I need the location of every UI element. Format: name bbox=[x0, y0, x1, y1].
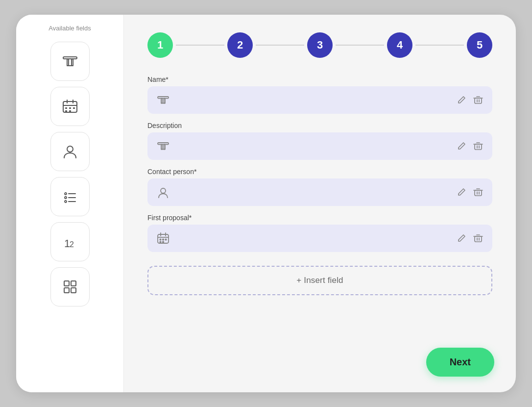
field-row-proposal bbox=[147, 225, 492, 252]
next-button[interactable]: Next bbox=[426, 348, 494, 377]
field-group-contact: Contact person* bbox=[147, 168, 492, 206]
svg-rect-11 bbox=[65, 110, 67, 112]
field-label-contact: Contact person* bbox=[147, 168, 492, 176]
sidebar-item-grid[interactable] bbox=[50, 267, 90, 306]
svg-point-16 bbox=[65, 197, 67, 199]
field-icon-description bbox=[156, 139, 170, 153]
sidebar-title: Available fields bbox=[48, 25, 91, 33]
svg-rect-56 bbox=[165, 239, 167, 240]
field-row-name bbox=[147, 86, 492, 114]
step-line-2 bbox=[256, 45, 304, 46]
field-label-proposal: First proposal* bbox=[147, 214, 492, 222]
text-field-icon bbox=[61, 52, 79, 71]
delete-icon-proposal[interactable] bbox=[473, 233, 484, 244]
svg-rect-22 bbox=[64, 281, 69, 286]
svg-rect-30 bbox=[475, 98, 482, 103]
svg-rect-26 bbox=[158, 97, 169, 99]
field-actions-description bbox=[456, 141, 484, 152]
main-card: Available fields bbox=[16, 15, 516, 392]
svg-rect-12 bbox=[69, 110, 71, 112]
svg-rect-0 bbox=[63, 57, 77, 59]
svg-rect-1 bbox=[67, 59, 69, 66]
svg-rect-28 bbox=[164, 99, 166, 103]
main-content: 1 2 3 4 5 Name* bbox=[124, 15, 516, 392]
delete-icon-contact[interactable] bbox=[473, 187, 484, 198]
text-icon-description bbox=[156, 139, 170, 153]
field-label-name: Name* bbox=[147, 76, 492, 83]
svg-rect-59 bbox=[475, 236, 482, 242]
field-group-name: Name* bbox=[147, 76, 492, 114]
field-group-proposal: First proposal* bbox=[147, 214, 492, 252]
svg-rect-55 bbox=[163, 239, 164, 240]
sidebar-item-list[interactable] bbox=[50, 177, 90, 216]
svg-rect-9 bbox=[69, 107, 71, 109]
svg-point-44 bbox=[161, 188, 166, 193]
fields-area: Name* bbox=[147, 76, 492, 379]
svg-rect-2 bbox=[72, 59, 73, 66]
edit-icon-proposal[interactable] bbox=[456, 233, 467, 244]
edit-icon-description[interactable] bbox=[456, 141, 467, 152]
field-actions-name bbox=[456, 95, 484, 105]
edit-icon-contact[interactable] bbox=[456, 187, 467, 198]
field-label-description: Description bbox=[147, 122, 492, 129]
calendar-icon-proposal bbox=[156, 231, 170, 245]
svg-rect-58 bbox=[163, 241, 164, 243]
svg-rect-23 bbox=[71, 281, 76, 286]
svg-rect-24 bbox=[64, 288, 69, 293]
svg-rect-25 bbox=[71, 288, 76, 293]
grid-sidebar-icon bbox=[61, 278, 79, 296]
sidebar-item-text[interactable] bbox=[50, 42, 90, 81]
field-actions-proposal bbox=[456, 233, 484, 244]
sidebar: Available fields bbox=[16, 15, 124, 392]
stepper: 1 2 3 4 5 bbox=[147, 32, 492, 58]
step-1[interactable]: 1 bbox=[147, 32, 173, 58]
field-icon-contact bbox=[156, 185, 170, 199]
sidebar-item-person[interactable] bbox=[50, 132, 90, 171]
svg-point-18 bbox=[65, 201, 67, 203]
text-icon-name bbox=[156, 93, 170, 107]
svg-rect-8 bbox=[65, 107, 67, 109]
calendar-sidebar-icon bbox=[61, 97, 79, 116]
svg-text:2: 2 bbox=[70, 240, 74, 249]
number-sidebar-icon: 1 2 bbox=[61, 232, 79, 251]
step-2[interactable]: 2 bbox=[227, 32, 253, 58]
step-3[interactable]: 3 bbox=[307, 32, 333, 58]
svg-point-14 bbox=[65, 193, 67, 195]
field-icon-proposal bbox=[156, 231, 170, 245]
list-sidebar-icon bbox=[61, 187, 79, 206]
sidebar-item-calendar[interactable] bbox=[50, 87, 90, 126]
step-line-1 bbox=[176, 45, 224, 46]
field-group-description: Description bbox=[147, 122, 492, 160]
step-line-4 bbox=[415, 45, 464, 46]
field-actions-contact bbox=[456, 187, 484, 198]
person-icon-contact bbox=[156, 185, 170, 199]
svg-rect-36 bbox=[161, 145, 163, 150]
step-line-3 bbox=[336, 45, 384, 46]
insert-field-button[interactable]: + Insert field bbox=[147, 266, 492, 295]
step-5[interactable]: 5 bbox=[467, 32, 492, 58]
svg-rect-54 bbox=[160, 239, 161, 240]
svg-rect-45 bbox=[475, 190, 482, 196]
delete-icon-name[interactable] bbox=[473, 95, 484, 105]
svg-point-13 bbox=[67, 146, 73, 152]
edit-icon-name[interactable] bbox=[456, 95, 467, 105]
field-row-contact bbox=[147, 178, 492, 206]
svg-rect-57 bbox=[160, 241, 161, 243]
field-row-description bbox=[147, 132, 492, 160]
svg-rect-35 bbox=[158, 143, 169, 145]
svg-rect-37 bbox=[164, 145, 166, 150]
svg-rect-27 bbox=[161, 99, 163, 103]
delete-icon-description[interactable] bbox=[473, 141, 484, 152]
field-icon-name bbox=[156, 93, 170, 107]
sidebar-item-number[interactable]: 1 2 bbox=[50, 222, 90, 261]
person-sidebar-icon bbox=[61, 142, 79, 161]
svg-rect-39 bbox=[475, 144, 482, 150]
step-4[interactable]: 4 bbox=[387, 32, 412, 58]
svg-rect-10 bbox=[73, 107, 75, 109]
